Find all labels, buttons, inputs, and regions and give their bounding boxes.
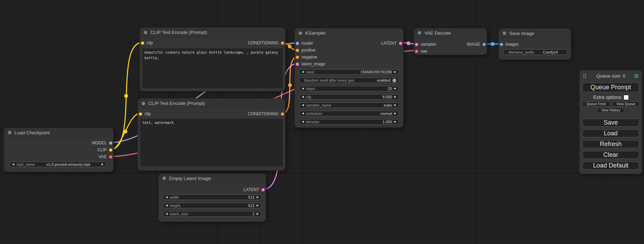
negative-prompt-textarea[interactable]: text, watermark	[140, 119, 283, 166]
input-label: latent_image	[301, 62, 325, 66]
increment-arrow-icon[interactable]: ▶	[394, 71, 396, 73]
widget-value: 512	[248, 204, 254, 208]
queue-prompt-button[interactable]: Queue Prompt	[582, 83, 639, 92]
seed-widget[interactable]: ◀ seed 156680208700286 ▶	[299, 69, 399, 75]
increment-arrow-icon[interactable]: ▶	[257, 213, 259, 215]
node-graph-canvas[interactable]: Load Checkpoint MODEL CLIP VAE ◀ ckpt_na…	[0, 0, 644, 244]
latent-output-slot[interactable]	[262, 188, 265, 191]
batch-size-widget[interactable]: ◀ batch_size 1 ▶	[163, 211, 262, 217]
denoise-widget[interactable]: ◀ denoise 1.000 ▶	[299, 119, 399, 125]
output-label: IMAGE	[467, 42, 480, 47]
output-row: CLIP	[4, 146, 113, 153]
decrement-arrow-icon[interactable]: ◀	[302, 120, 304, 123]
node-collapse-dot-icon[interactable]	[8, 131, 11, 134]
widget-value: 20	[388, 87, 392, 91]
decrement-arrow-icon[interactable]: ◀	[166, 196, 168, 199]
ckpt-name-widget[interactable]: ◀ ckpt_name v1-5-pruned-emaonly.ckpt ▶	[9, 162, 106, 167]
output-label: MODEL	[92, 141, 107, 145]
cfg-widget[interactable]: ◀ cfg 8.000 ▶	[299, 94, 399, 100]
node-collapse-dot-icon[interactable]	[418, 31, 421, 35]
wire-clip-to-negative-prompt	[111, 114, 140, 150]
increment-arrow-icon[interactable]: ▶	[394, 96, 396, 98]
extra-options-checkbox[interactable]	[624, 95, 628, 100]
node-collapse-dot-icon[interactable]	[142, 102, 145, 105]
samples-input-slot[interactable]	[415, 43, 418, 46]
slot-row: vae	[414, 48, 487, 55]
decrement-arrow-icon[interactable]: ◀	[166, 204, 168, 207]
load-button[interactable]: Load	[582, 129, 639, 137]
save-button[interactable]: Save	[582, 119, 639, 127]
node-empty-latent-image[interactable]: Empty Latent Image LATENT ◀ width 512 ▶ …	[159, 174, 266, 222]
image-output-slot[interactable]	[483, 43, 486, 46]
increment-arrow-icon[interactable]: ▶	[394, 87, 396, 90]
wire-midpoint-dot	[407, 42, 411, 45]
node-save-image[interactable]: Save Image images filename_prefix ComfyU…	[499, 29, 571, 60]
images-input-slot[interactable]	[500, 43, 503, 46]
node-vae-decode[interactable]: VAE Decode samples IMAGE vae	[414, 28, 487, 55]
node-clip-text-encode-negative[interactable]: CLIP Text Encode (Prompt) clip CONDITION…	[138, 99, 285, 170]
positive-prompt-textarea[interactable]: beautiful scenery nature glass bottle la…	[142, 48, 283, 88]
model-input-slot[interactable]	[296, 42, 299, 45]
increment-arrow-icon[interactable]: ▶	[394, 112, 396, 115]
decrement-arrow-icon[interactable]: ◀	[166, 213, 168, 215]
node-title-bar: CLIP Text Encode (Prompt)	[138, 99, 285, 108]
decrement-arrow-icon[interactable]: ◀	[302, 104, 304, 107]
node-collapse-dot-icon[interactable]	[503, 31, 506, 35]
node-title-bar: VAE Decode	[414, 28, 487, 38]
node-collapse-dot-icon[interactable]	[162, 177, 166, 180]
sampler-name-widget[interactable]: ◀ sampler_name euler ▶	[299, 102, 399, 108]
clip-input-slot[interactable]	[139, 112, 142, 116]
node-collapse-dot-icon[interactable]	[299, 31, 302, 35]
node-clip-text-encode-positive[interactable]: CLIP Text Encode (Prompt) clip CONDITION…	[140, 28, 285, 91]
view-queue-button[interactable]: View Queue	[612, 101, 639, 107]
decrement-arrow-icon[interactable]: ◀	[302, 112, 304, 115]
latent-output-slot[interactable]	[399, 42, 402, 45]
negative-input-slot[interactable]	[296, 56, 299, 59]
refresh-button[interactable]: Refresh	[582, 140, 639, 148]
decrement-arrow-icon[interactable]: ◀	[302, 87, 304, 90]
vae-output-slot[interactable]	[109, 155, 112, 159]
conditioning-output-slot[interactable]	[281, 112, 284, 116]
decrement-arrow-icon[interactable]: ◀	[302, 96, 304, 98]
random-seed-toggle-widget[interactable]: Random seed after every gen enabled	[299, 78, 399, 83]
clear-button[interactable]: Clear	[582, 151, 639, 159]
vae-input-slot[interactable]	[415, 50, 418, 53]
output-label: CONDITIONING	[248, 111, 279, 116]
increment-arrow-icon[interactable]: ▶	[257, 196, 259, 199]
view-history-button[interactable]: View History	[597, 108, 625, 113]
widget-value: ComfyUI	[543, 50, 558, 54]
scheduler-widget[interactable]: ◀ scheduler normal ▶	[299, 111, 399, 116]
node-collapse-dot-icon[interactable]	[144, 31, 147, 34]
node-title: CLIP Text Encode (Prompt)	[148, 101, 205, 106]
increment-arrow-icon[interactable]: ▶	[394, 104, 396, 107]
slot-row: LATENT	[159, 186, 266, 193]
clip-input-slot[interactable]	[141, 42, 144, 45]
widget-label: Random seed after every gen	[304, 78, 354, 82]
load-default-button[interactable]: Load Default	[582, 162, 639, 170]
node-ksampler[interactable]: KSampler model LATENT positive negative …	[295, 28, 403, 127]
wire-midpoint-dot	[288, 45, 292, 48]
conditioning-output-slot[interactable]	[281, 42, 284, 45]
toggle-dot-icon[interactable]	[392, 79, 396, 82]
node-load-checkpoint[interactable]: Load Checkpoint MODEL CLIP VAE ◀ ckpt_na…	[4, 128, 113, 172]
queue-front-button[interactable]: Queue Front	[582, 101, 610, 107]
widget-value: v1-5-pruned-emaonly.ckpt	[46, 162, 90, 166]
positive-input-slot[interactable]	[296, 49, 299, 52]
clip-output-slot[interactable]	[109, 148, 112, 152]
latent-image-input-slot[interactable]	[296, 63, 299, 66]
input-label: model	[301, 41, 313, 46]
decrement-arrow-icon[interactable]: ◀	[302, 71, 304, 73]
widget-label: ckpt_name	[16, 162, 35, 166]
widget-value: 512	[248, 195, 254, 199]
steps-widget[interactable]: ◀ steps 20 ▶	[299, 86, 399, 91]
increment-arrow-icon[interactable]: ▶	[394, 120, 396, 123]
increment-arrow-icon[interactable]: ▶	[257, 204, 259, 207]
decrement-arrow-icon[interactable]: ◀	[12, 163, 14, 166]
settings-gear-icon[interactable]: ⚙	[634, 73, 639, 79]
node-title-bar: Save Image	[499, 29, 571, 38]
model-output-slot[interactable]	[109, 142, 112, 145]
increment-arrow-icon[interactable]: ▶	[102, 163, 104, 166]
height-widget[interactable]: ◀ height 512 ▶	[163, 203, 262, 208]
width-widget[interactable]: ◀ width 512 ▶	[163, 195, 262, 200]
filename-prefix-widget[interactable]: filename_prefix ComfyUI	[503, 49, 567, 55]
